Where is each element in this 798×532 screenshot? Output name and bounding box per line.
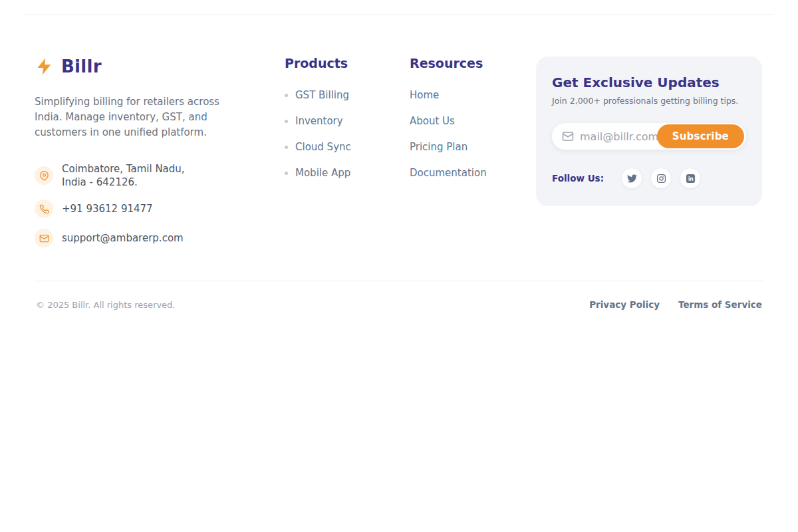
contact-phone: +91 93612 91477 xyxy=(62,202,153,215)
products-link-cloud-sync[interactable]: Cloud Sync xyxy=(295,141,351,153)
resources-title: Resources xyxy=(410,57,509,70)
twitter-icon[interactable] xyxy=(621,168,642,189)
bullet-dot-icon xyxy=(285,94,288,97)
follow-row: Follow Us: xyxy=(552,168,746,189)
contact-row-email: support@ambarerp.com xyxy=(35,229,271,247)
brand-name: Billr xyxy=(61,57,102,76)
bullet-dot-icon xyxy=(285,146,288,149)
newsletter-title: Get Exclusive Updates xyxy=(552,75,746,90)
list-item: Documentation xyxy=(410,167,509,179)
resources-links: Home About Us Pricing Plan Documentation xyxy=(410,89,509,179)
contact-list: Coimbatore, Tamil Nadu, India - 642126. … xyxy=(35,162,271,247)
phone-icon xyxy=(35,200,53,218)
privacy-policy-link[interactable]: Privacy Policy xyxy=(589,299,660,310)
products-title: Products xyxy=(285,57,384,70)
brand-logo[interactable]: Billr xyxy=(35,57,271,76)
resources-link-documentation[interactable]: Documentation xyxy=(410,167,487,179)
products-link-mobile-app[interactable]: Mobile App xyxy=(295,167,350,179)
newsletter-card: Get Exclusive Updates Join 2,000+ profes… xyxy=(536,57,762,206)
bullet-dot-icon xyxy=(285,172,288,175)
footer-main: Billr Simplifying billing for retailers … xyxy=(35,15,763,281)
location-pin-icon xyxy=(35,166,53,185)
resources-link-home[interactable]: Home xyxy=(410,89,439,101)
footer-bottom-bar: © 2025 Billr. All rights reserved. Priva… xyxy=(35,281,763,310)
envelope-icon xyxy=(35,229,53,247)
list-item: Cloud Sync xyxy=(285,141,384,153)
list-item: GST Billing xyxy=(285,89,384,101)
bullet-dot-icon xyxy=(285,120,288,123)
contact-row-address: Coimbatore, Tamil Nadu, India - 642126. xyxy=(35,162,271,189)
list-item: Home xyxy=(410,89,509,101)
brand-description: Simplifying billing for retailers across… xyxy=(35,94,244,140)
linkedin-icon[interactable] xyxy=(680,168,701,189)
follow-us-label: Follow Us: xyxy=(552,173,604,184)
resources-link-about-us[interactable]: About Us xyxy=(410,115,455,127)
resources-column: Resources Home About Us Pricing Plan Doc… xyxy=(410,57,509,193)
newsletter-subtitle: Join 2,000+ professionals getting billin… xyxy=(552,96,746,106)
contact-email: support@ambarerp.com xyxy=(62,231,184,245)
contact-row-phone: +91 93612 91477 xyxy=(35,200,271,218)
contact-address: Coimbatore, Tamil Nadu, India - 642126. xyxy=(62,162,185,189)
lightning-bolt-icon xyxy=(35,57,55,76)
list-item: Pricing Plan xyxy=(410,141,509,153)
list-item: About Us xyxy=(410,115,509,127)
list-item: Mobile App xyxy=(285,167,384,179)
footer-container: Billr Simplifying billing for retailers … xyxy=(24,15,774,310)
mail-icon xyxy=(562,130,574,142)
legal-links: Privacy Policy Terms of Service xyxy=(589,299,762,310)
copyright-text: © 2025 Billr. All rights reserved. xyxy=(36,300,175,310)
products-link-gst-billing[interactable]: GST Billing xyxy=(295,89,349,101)
page-footer: Billr Simplifying billing for retailers … xyxy=(24,14,774,310)
social-buttons xyxy=(621,168,701,189)
products-links: GST Billing Inventory Cloud Sync Mobile … xyxy=(285,89,384,179)
terms-of-service-link[interactable]: Terms of Service xyxy=(678,299,762,310)
contact-address-line2: India - 642126. xyxy=(62,176,185,189)
newsletter-form: Subscribe xyxy=(552,123,746,150)
products-column: Products GST Billing Inventory Cloud Syn… xyxy=(285,57,384,193)
resources-link-pricing-plan[interactable]: Pricing Plan xyxy=(410,141,467,153)
subscribe-button[interactable]: Subscribe xyxy=(657,124,744,148)
products-link-inventory[interactable]: Inventory xyxy=(295,115,343,127)
brand-column: Billr Simplifying billing for retailers … xyxy=(35,57,271,247)
contact-address-line1: Coimbatore, Tamil Nadu, xyxy=(62,162,185,176)
instagram-icon[interactable] xyxy=(650,168,672,189)
list-item: Inventory xyxy=(285,115,384,127)
